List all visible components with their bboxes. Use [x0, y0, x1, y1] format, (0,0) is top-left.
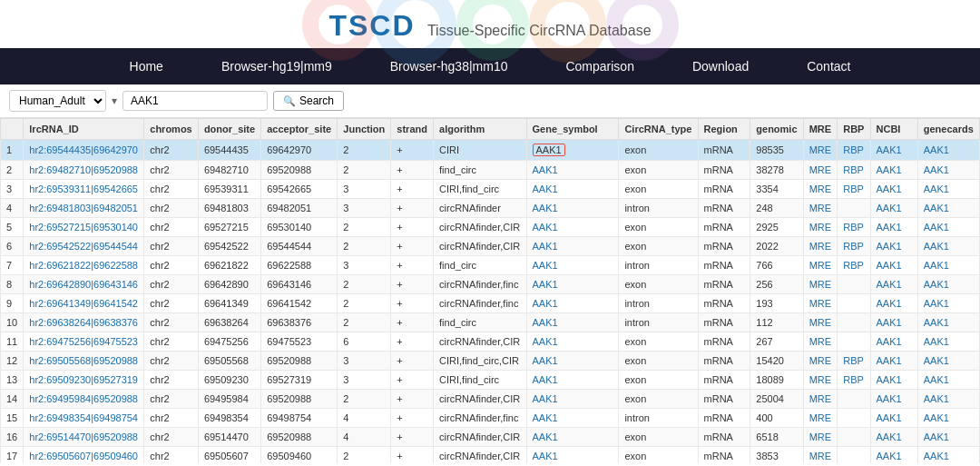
- genecards-cell[interactable]: AAK1: [917, 256, 979, 275]
- genecards-cell[interactable]: AAK1: [917, 161, 979, 180]
- mre-cell[interactable]: MRE: [803, 390, 838, 409]
- ncbi-cell[interactable]: AAK1: [870, 237, 917, 256]
- gene-symbol-cell[interactable]: AAK1: [526, 180, 619, 199]
- nav-browser-hg38[interactable]: Browser-hg38|mm10: [361, 48, 537, 84]
- gene-symbol-cell[interactable]: AAK1: [526, 409, 619, 428]
- genecards-cell[interactable]: AAK1: [917, 218, 979, 237]
- ncbi-cell[interactable]: AAK1: [870, 256, 917, 275]
- gene-symbol-cell[interactable]: AAK1: [526, 140, 619, 161]
- rbp-cell[interactable]: RBP: [838, 352, 870, 371]
- gene-symbol-cell[interactable]: AAK1: [526, 256, 619, 275]
- circrna-id-cell[interactable]: hr2:69544435|69642970: [24, 140, 144, 161]
- mre-cell[interactable]: MRE: [803, 256, 838, 275]
- gene-symbol-cell[interactable]: AAK1: [526, 447, 619, 464]
- rbp-cell[interactable]: RBP: [838, 371, 870, 390]
- search-input[interactable]: [122, 91, 268, 111]
- rbp-cell[interactable]: RBP: [838, 161, 870, 180]
- gene-symbol-cell[interactable]: AAK1: [526, 371, 619, 390]
- mre-cell[interactable]: MRE: [803, 428, 838, 447]
- genecards-cell[interactable]: AAK1: [917, 294, 979, 313]
- circrna-id-cell[interactable]: hr2:69475256|69475523: [24, 332, 144, 352]
- mre-cell[interactable]: MRE: [803, 313, 838, 332]
- gene-symbol-cell[interactable]: AAK1: [526, 332, 619, 352]
- rbp-cell[interactable]: RBP: [838, 256, 870, 275]
- circrna-id-cell[interactable]: hr2:69505568|69520988: [24, 352, 144, 371]
- rbp-cell[interactable]: RBP: [838, 218, 870, 237]
- gene-symbol-cell[interactable]: AAK1: [526, 237, 619, 256]
- rbp-cell[interactable]: RBP: [838, 180, 870, 199]
- genecards-cell[interactable]: AAK1: [917, 313, 979, 332]
- gene-symbol-cell[interactable]: AAK1: [526, 161, 619, 180]
- circrna-id-cell[interactable]: hr2:69642890|69643146: [24, 275, 144, 294]
- gene-symbol-cell[interactable]: AAK1: [526, 199, 619, 218]
- genecards-cell[interactable]: AAK1: [917, 390, 979, 409]
- genecards-cell[interactable]: AAK1: [917, 428, 979, 447]
- circrna-id-cell[interactable]: hr2:69514470|69520988: [24, 428, 144, 447]
- genecards-cell[interactable]: AAK1: [917, 447, 979, 464]
- nav-contact[interactable]: Contact: [778, 48, 879, 84]
- ncbi-cell[interactable]: AAK1: [870, 180, 917, 199]
- nav-home[interactable]: Home: [101, 48, 192, 84]
- mre-cell[interactable]: MRE: [803, 237, 838, 256]
- nav-comparison[interactable]: Comparison: [536, 48, 662, 84]
- genecards-cell[interactable]: AAK1: [917, 180, 979, 199]
- genecards-cell[interactable]: AAK1: [917, 409, 979, 428]
- genecards-cell[interactable]: AAK1: [917, 199, 979, 218]
- gene-symbol-cell[interactable]: AAK1: [526, 313, 619, 332]
- circrna-id-cell[interactable]: hr2:69495984|69520988: [24, 390, 144, 409]
- mre-cell[interactable]: MRE: [803, 218, 838, 237]
- ncbi-cell[interactable]: AAK1: [870, 313, 917, 332]
- organism-select[interactable]: Human_Adult Human_Fetal Mouse_Adult Mous…: [9, 90, 106, 112]
- circrna-id-cell[interactable]: hr2:69527215|69530140: [24, 218, 144, 237]
- ncbi-cell[interactable]: AAK1: [870, 218, 917, 237]
- mre-cell[interactable]: MRE: [803, 275, 838, 294]
- ncbi-cell[interactable]: AAK1: [870, 428, 917, 447]
- ncbi-cell[interactable]: AAK1: [870, 140, 917, 161]
- circrna-id-cell[interactable]: hr2:69509230|69527319: [24, 371, 144, 390]
- ncbi-cell[interactable]: AAK1: [870, 447, 917, 464]
- mre-cell[interactable]: MRE: [803, 332, 838, 352]
- ncbi-cell[interactable]: AAK1: [870, 294, 917, 313]
- genecards-cell[interactable]: AAK1: [917, 371, 979, 390]
- ncbi-cell[interactable]: AAK1: [870, 275, 917, 294]
- ncbi-cell[interactable]: AAK1: [870, 390, 917, 409]
- nav-browser-hg19[interactable]: Browser-hg19|mm9: [192, 48, 361, 84]
- genecards-cell[interactable]: AAK1: [917, 237, 979, 256]
- gene-symbol-cell[interactable]: AAK1: [526, 275, 619, 294]
- ncbi-cell[interactable]: AAK1: [870, 332, 917, 352]
- genecards-cell[interactable]: AAK1: [917, 140, 979, 161]
- mre-cell[interactable]: MRE: [803, 294, 838, 313]
- genecards-cell[interactable]: AAK1: [917, 332, 979, 352]
- mre-cell[interactable]: MRE: [803, 371, 838, 390]
- circrna-id-cell[interactable]: hr2:69539311|69542665: [24, 180, 144, 199]
- mre-cell[interactable]: MRE: [803, 447, 838, 464]
- mre-cell[interactable]: MRE: [803, 140, 838, 161]
- genecards-cell[interactable]: AAK1: [917, 352, 979, 371]
- ncbi-cell[interactable]: AAK1: [870, 199, 917, 218]
- mre-cell[interactable]: MRE: [803, 180, 838, 199]
- circrna-id-cell[interactable]: hr2:69505607|69509460: [24, 447, 144, 464]
- gene-symbol-cell[interactable]: AAK1: [526, 218, 619, 237]
- mre-cell[interactable]: MRE: [803, 161, 838, 180]
- ncbi-cell[interactable]: AAK1: [870, 352, 917, 371]
- genecards-cell[interactable]: AAK1: [917, 275, 979, 294]
- rbp-cell[interactable]: RBP: [838, 237, 870, 256]
- circrna-id-cell[interactable]: hr2:69641349|69641542: [24, 294, 144, 313]
- gene-symbol-cell[interactable]: AAK1: [526, 294, 619, 313]
- circrna-id-cell[interactable]: hr2:69482710|69520988: [24, 161, 144, 180]
- circrna-id-cell[interactable]: hr2:69638264|69638376: [24, 313, 144, 332]
- circrna-id-cell[interactable]: hr2:69481803|69482051: [24, 199, 144, 218]
- gene-symbol-cell[interactable]: AAK1: [526, 390, 619, 409]
- gene-symbol-cell[interactable]: AAK1: [526, 352, 619, 371]
- rbp-cell[interactable]: RBP: [838, 140, 870, 161]
- ncbi-cell[interactable]: AAK1: [870, 371, 917, 390]
- ncbi-cell[interactable]: AAK1: [870, 161, 917, 180]
- nav-download[interactable]: Download: [663, 48, 778, 84]
- ncbi-cell[interactable]: AAK1: [870, 409, 917, 428]
- mre-cell[interactable]: MRE: [803, 199, 838, 218]
- mre-cell[interactable]: MRE: [803, 352, 838, 371]
- circrna-id-cell[interactable]: hr2:69498354|69498754: [24, 409, 144, 428]
- gene-symbol-cell[interactable]: AAK1: [526, 428, 619, 447]
- circrna-id-cell[interactable]: hr2:69542522|69544544: [24, 237, 144, 256]
- mre-cell[interactable]: MRE: [803, 409, 838, 428]
